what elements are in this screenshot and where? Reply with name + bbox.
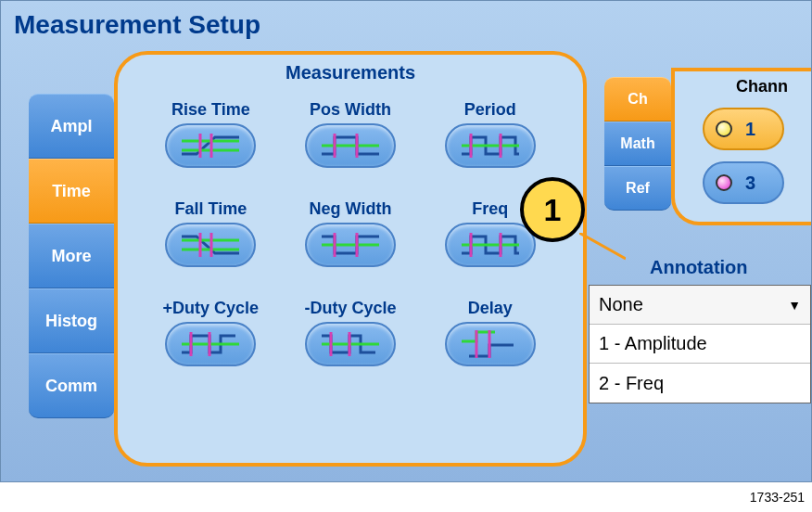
tab-ampl[interactable]: Ampl	[29, 94, 114, 159]
meas-label: Neg Width	[285, 199, 416, 219]
neg-width-button[interactable]	[305, 223, 396, 267]
meas-label: Delay	[425, 299, 555, 318]
channel-dot-icon	[716, 121, 732, 137]
channels-title: Chann	[712, 77, 812, 96]
rise-time-button[interactable]	[165, 123, 256, 168]
meas-pos-width: Pos Width	[285, 100, 416, 168]
annotation-option[interactable]: 2 - Freq	[590, 364, 810, 403]
category-tabs: Ampl Time More Histog Comm	[29, 94, 114, 418]
fall-time-button[interactable]	[165, 223, 256, 267]
channel-1-button[interactable]: 1	[703, 108, 784, 150]
channel-number: 1	[745, 119, 755, 140]
period-button[interactable]	[445, 123, 536, 168]
page-title: Measurement Setup	[1, 1, 811, 47]
annotation-select[interactable]: None ▼	[590, 286, 810, 325]
meas-period: Period	[425, 100, 555, 168]
figure-id: 1733-251	[750, 490, 805, 505]
callout-leader-line	[579, 233, 626, 261]
tab-time[interactable]: Time	[29, 159, 114, 224]
annotation-dropdown: None ▼ 1 - Amplitude 2 - Freq	[589, 285, 811, 403]
meas-label: Fall Time	[146, 199, 276, 219]
measurement-setup-window: Measurement Setup Ampl Time More Histog …	[0, 0, 812, 482]
pos-width-button[interactable]	[305, 123, 396, 168]
tab-histog[interactable]: Histog	[29, 288, 114, 353]
meas-nduty: -Duty Cycle	[285, 299, 416, 366]
measurements-panel: Measurements Rise Time Pos Width Period	[114, 51, 587, 467]
meas-delay: Delay	[425, 299, 555, 366]
meas-label: Rise Time	[146, 100, 276, 120]
annotation-title: Annotation	[650, 257, 748, 278]
tab-comm[interactable]: Comm	[29, 353, 114, 418]
callout-badge: 1	[520, 177, 585, 242]
freq-button[interactable]	[445, 223, 536, 267]
meas-fall-time: Fall Time	[146, 199, 276, 267]
annotation-selected: None	[599, 294, 643, 315]
pos-duty-button[interactable]	[165, 322, 256, 366]
tab-math[interactable]: Math	[604, 122, 671, 166]
meas-label: Pos Width	[285, 100, 416, 120]
measurements-title: Measurements	[118, 55, 583, 83]
chevron-down-icon: ▼	[788, 298, 801, 313]
channel-number: 3	[745, 173, 755, 194]
meas-pduty: +Duty Cycle	[146, 299, 276, 366]
meas-label: +Duty Cycle	[146, 299, 276, 318]
svg-line-28	[579, 233, 626, 259]
meas-label: -Duty Cycle	[285, 299, 416, 318]
channels-panel: Chann 1 3	[671, 68, 812, 225]
annotation-option[interactable]: 1 - Amplitude	[590, 325, 810, 364]
source-tabs: Ch Math Ref	[604, 77, 671, 211]
tab-more[interactable]: More	[29, 224, 114, 288]
meas-label: Period	[425, 100, 555, 120]
measurements-grid: Rise Time Pos Width Period Fall Time	[118, 83, 583, 366]
tab-ref[interactable]: Ref	[604, 166, 671, 211]
channel-3-button[interactable]: 3	[703, 161, 784, 204]
delay-button[interactable]	[445, 322, 536, 366]
meas-neg-width: Neg Width	[285, 199, 416, 267]
neg-duty-button[interactable]	[305, 322, 396, 366]
channel-dot-icon	[716, 174, 732, 191]
meas-rise-time: Rise Time	[146, 100, 276, 168]
tab-ch[interactable]: Ch	[604, 77, 671, 122]
